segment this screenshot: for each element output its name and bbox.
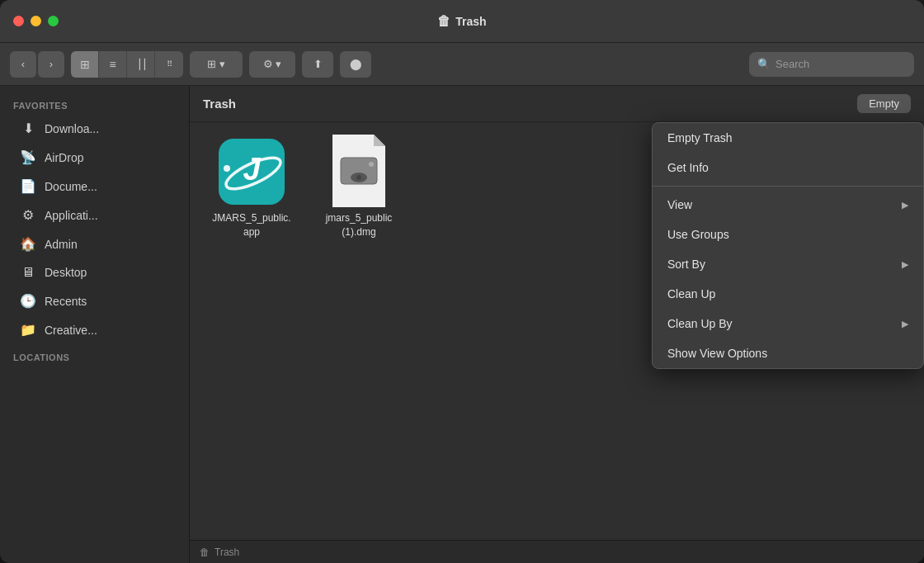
- toolbar: ‹ › ⊞ ≡ ⎥⎥ ⠿ ⊞ ▾ ⚙ ▾: [0, 43, 924, 86]
- status-bar-icon: 🗑: [200, 546, 210, 558]
- window-title: 🗑 Trash: [437, 14, 486, 29]
- maximize-button[interactable]: [48, 16, 59, 26]
- search-box[interactable]: 🔍: [749, 52, 914, 77]
- minimize-button[interactable]: [31, 16, 41, 26]
- view-list-button[interactable]: ≡: [99, 51, 127, 78]
- sidebar-item-documents[interactable]: 📄 Docume...: [7, 173, 182, 200]
- clean-up-by-arrow-icon: ▶: [902, 319, 908, 329]
- home-icon: 🏠: [20, 236, 36, 252]
- grid-icon: ⊞: [80, 58, 90, 71]
- share-icon: ⬆: [314, 58, 323, 70]
- jmars-app-icon: J: [219, 139, 285, 205]
- svg-point-9: [369, 162, 374, 167]
- window-title-text: Trash: [455, 15, 486, 28]
- context-menu-clean-up[interactable]: Clean Up: [653, 279, 923, 309]
- file-item-jmars-dmg[interactable]: jmars_5_public(1).dmg: [314, 139, 404, 239]
- view-label: View: [667, 198, 692, 211]
- sidebar-item-applications[interactable]: ⚙ Applicati...: [7, 201, 182, 229]
- close-button[interactable]: [13, 16, 24, 26]
- group-icon: ⊞ ▾: [207, 58, 225, 70]
- empty-trash-label: Empty Trash: [667, 131, 733, 144]
- favorites-label: Favorites: [0, 92, 189, 114]
- file-name-jmars-app: JMARS_5_public.app: [212, 211, 290, 239]
- context-separator-1: [653, 186, 923, 187]
- group-view-button[interactable]: ⊞ ▾: [190, 51, 243, 78]
- svg-point-8: [356, 175, 361, 180]
- context-menu-get-info[interactable]: Get Info: [653, 153, 923, 182]
- sort-by-label: Sort By: [667, 258, 705, 271]
- sidebar-item-creative[interactable]: 📁 Creative...: [7, 316, 182, 343]
- finder-header: Trash Empty: [190, 86, 924, 122]
- cover-icon: ⠿: [167, 59, 172, 69]
- airdrop-icon: 📡: [20, 149, 36, 165]
- sidebar-item-downloads[interactable]: ⬇ Downloa...: [7, 115, 182, 142]
- view-icon-button[interactable]: ⊞: [71, 51, 99, 78]
- file-name-jmars-dmg: jmars_5_public(1).dmg: [326, 211, 393, 239]
- forward-icon: ›: [50, 58, 53, 70]
- svg-marker-5: [374, 135, 385, 146]
- main-content: Favorites ⬇ Downloa... 📡 AirDrop 📄 Docum…: [0, 86, 924, 563]
- context-menu-use-groups[interactable]: Use Groups: [653, 220, 923, 249]
- view-mode-group: ⊞ ≡ ⎥⎥ ⠿: [71, 51, 183, 78]
- sidebar: Favorites ⬇ Downloa... 📡 AirDrop 📄 Docum…: [0, 86, 190, 563]
- tag-button[interactable]: ⬤: [340, 51, 371, 78]
- desktop-icon: 🖥: [20, 265, 36, 280]
- sidebar-item-label: Downloa...: [45, 122, 99, 135]
- sort-by-arrow-icon: ▶: [902, 259, 908, 270]
- status-bar: 🗑 Trash: [190, 540, 924, 563]
- jmars-dmg-icon: [326, 139, 392, 205]
- context-menu-view[interactable]: View ▶: [653, 190, 923, 220]
- list-icon: ≡: [109, 58, 116, 71]
- nav-buttons: ‹ ›: [10, 51, 64, 78]
- column-icon: ⎥⎥: [136, 59, 146, 70]
- empty-button[interactable]: Empty: [857, 94, 911, 113]
- locations-label: Locations: [0, 344, 189, 366]
- view-column-button[interactable]: ⎥⎥: [127, 51, 155, 78]
- gear-icon: ⚙ ▾: [263, 58, 282, 70]
- sidebar-item-desktop[interactable]: 🖥 Desktop: [7, 259, 182, 286]
- traffic-lights: [13, 16, 59, 26]
- finder-window: 🗑 Trash ‹ › ⊞ ≡ ⎥⎥ ⠿: [0, 0, 924, 563]
- sidebar-item-label: AirDrop: [45, 151, 83, 164]
- svg-point-3: [224, 165, 230, 172]
- downloads-icon: ⬇: [20, 121, 36, 136]
- context-menu-empty-trash[interactable]: Empty Trash: [653, 123, 923, 153]
- action-button[interactable]: ⚙ ▾: [249, 51, 295, 78]
- context-menu-clean-up-by[interactable]: Clean Up By ▶: [653, 309, 923, 338]
- finder-panel-title: Trash: [203, 97, 236, 111]
- show-view-options-label: Show View Options: [667, 347, 767, 360]
- clean-up-by-label: Clean Up By: [667, 317, 733, 330]
- sidebar-item-admin[interactable]: 🏠 Admin: [7, 230, 182, 258]
- clean-up-label: Clean Up: [667, 287, 715, 300]
- back-button[interactable]: ‹: [10, 51, 36, 78]
- sidebar-item-label: Admin: [45, 238, 78, 251]
- finder-panel: Trash Empty J: [190, 86, 924, 563]
- back-icon: ‹: [21, 58, 25, 70]
- file-item-jmars-app[interactable]: J JMARS_5_public.app: [206, 139, 297, 239]
- search-icon: 🔍: [757, 58, 771, 70]
- status-bar-label: Trash: [214, 546, 239, 558]
- use-groups-label: Use Groups: [667, 228, 729, 241]
- get-info-label: Get Info: [667, 161, 709, 174]
- applications-icon: ⚙: [20, 207, 36, 223]
- context-menu: Empty Trash Get Info View ▶ Use Groups S…: [652, 122, 924, 369]
- sidebar-item-label: Creative...: [45, 324, 97, 337]
- search-input[interactable]: [776, 58, 906, 70]
- forward-button[interactable]: ›: [38, 51, 64, 78]
- context-menu-show-view-options[interactable]: Show View Options: [653, 338, 923, 368]
- documents-icon: 📄: [20, 178, 36, 194]
- context-menu-sort-by[interactable]: Sort By ▶: [653, 249, 923, 279]
- sidebar-item-label: Desktop: [45, 266, 87, 279]
- sidebar-item-label: Applicati...: [45, 209, 98, 222]
- recents-icon: 🕒: [20, 293, 36, 309]
- folder-icon: 📁: [20, 322, 36, 338]
- view-cover-button[interactable]: ⠿: [155, 51, 183, 78]
- trash-icon: 🗑: [437, 14, 450, 29]
- view-arrow-icon: ▶: [902, 200, 908, 211]
- sidebar-item-airdrop[interactable]: 📡 AirDrop: [7, 144, 182, 171]
- sidebar-item-recents[interactable]: 🕒 Recents: [7, 287, 182, 315]
- share-button[interactable]: ⬆: [302, 51, 333, 78]
- tag-icon: ⬤: [350, 58, 362, 70]
- titlebar: 🗑 Trash: [0, 0, 924, 43]
- sidebar-item-label: Docume...: [45, 180, 97, 193]
